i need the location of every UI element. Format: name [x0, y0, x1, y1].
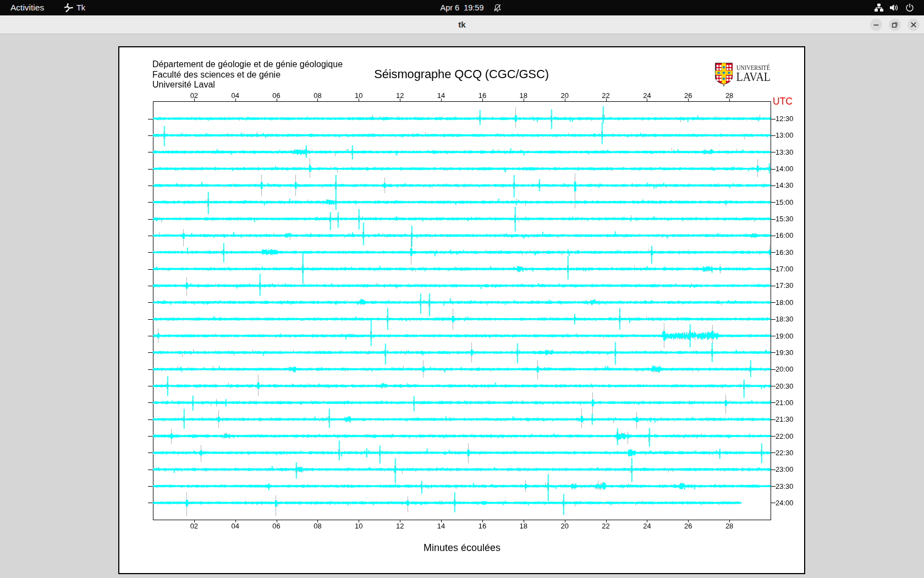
- svg-text:LAVAL: LAVAL: [736, 69, 771, 84]
